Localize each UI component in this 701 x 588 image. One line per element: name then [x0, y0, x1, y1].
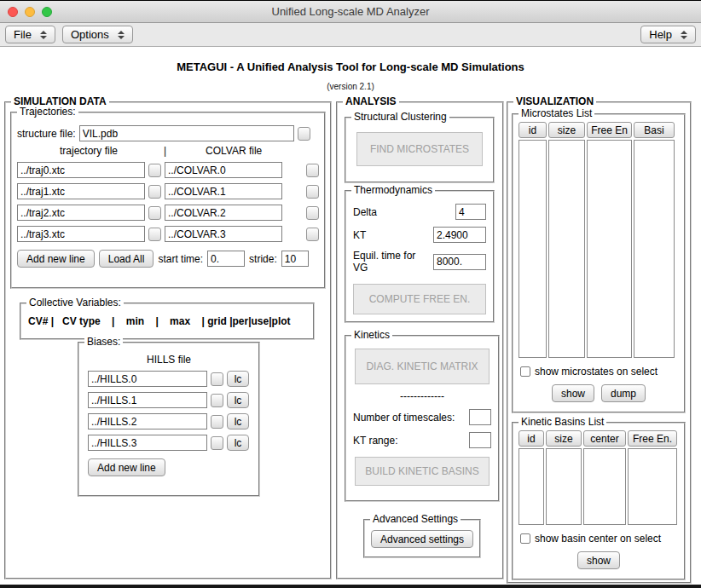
advanced-settings-button[interactable]: Advanced settings: [371, 530, 473, 548]
kinetics-separator: -------------: [346, 390, 498, 402]
compute-free-en-button[interactable]: COMPUTE FREE EN.: [353, 284, 486, 314]
equil-time-input[interactable]: [433, 254, 486, 270]
trajectory-row: [17, 205, 319, 221]
close-button[interactable]: [8, 7, 18, 17]
colvar-file-input[interactable]: [165, 226, 282, 242]
trajectory-file-input[interactable]: [17, 226, 145, 242]
colvar-browse-button[interactable]: [306, 206, 319, 220]
trajectory-file-input[interactable]: [17, 162, 145, 178]
basins-column-header-center[interactable]: center: [583, 430, 626, 447]
structure-file-input[interactable]: [79, 125, 294, 141]
show-basin-center-checkbox[interactable]: [520, 533, 530, 544]
trajectory-file-input[interactable]: [17, 205, 145, 221]
hills-file-input[interactable]: [88, 413, 207, 429]
basins-column-header-size[interactable]: size: [546, 430, 582, 447]
basins-list-column[interactable]: [583, 448, 626, 525]
colvar-file-column-header: COLVAR file: [170, 145, 298, 157]
lc-button[interactable]: lc: [227, 435, 249, 451]
microstates-column-header-basin[interactable]: Basi: [634, 122, 675, 138]
show-microstates-checkbox[interactable]: [520, 366, 530, 377]
trajectory-browse-button[interactable]: [148, 228, 161, 241]
colvar-browse-button[interactable]: [306, 164, 319, 177]
basins-show-button[interactable]: show: [577, 551, 620, 569]
hills-browse-button[interactable]: [211, 394, 223, 407]
trajectory-browse-button[interactable]: [148, 164, 161, 177]
basins-list-column[interactable]: [628, 448, 677, 525]
biases-frame: Biases: HILLS file lc lc lc lc: [78, 342, 260, 497]
kt-input[interactable]: [433, 227, 486, 243]
microstates-column-header-size[interactable]: size: [548, 122, 585, 138]
lc-button[interactable]: lc: [227, 413, 249, 429]
zoom-button[interactable]: [42, 7, 52, 17]
biases-add-new-line-button[interactable]: Add new line: [88, 458, 165, 476]
add-new-line-button[interactable]: Add new line: [17, 250, 95, 268]
file-menu-label: File: [14, 28, 32, 41]
trajectory-row: [17, 183, 319, 199]
find-microstates-button[interactable]: FIND MICROSTATES: [356, 132, 483, 166]
basins-list-column[interactable]: [546, 448, 582, 525]
load-all-button[interactable]: Load All: [99, 250, 154, 268]
hills-file-input[interactable]: [88, 392, 207, 408]
microstates-show-button[interactable]: show: [552, 384, 594, 402]
show-microstates-checkbox-label: show microstates on select: [535, 366, 658, 378]
hills-browse-button[interactable]: [211, 415, 223, 429]
analysis-label: ANALYSIS: [343, 96, 399, 107]
help-menu-button[interactable]: Help: [640, 26, 696, 43]
start-time-input[interactable]: [207, 251, 245, 267]
file-menu-button[interactable]: File: [5, 26, 55, 43]
collective-variables-label: Collective Variables:: [26, 297, 124, 308]
stride-input[interactable]: [281, 251, 309, 267]
basins-column-header-free-en[interactable]: Free En.: [628, 430, 677, 447]
hills-file-input[interactable]: [88, 371, 207, 387]
advanced-settings-label: Advanced Settings: [370, 514, 461, 525]
basins-column-header-id[interactable]: id: [519, 430, 544, 447]
colvar-file-input[interactable]: [165, 205, 282, 221]
delta-input[interactable]: [455, 204, 486, 220]
help-menu-label: Help: [649, 28, 672, 41]
lc-button[interactable]: lc: [227, 371, 249, 387]
structure-file-browse-button[interactable]: [298, 127, 310, 141]
trajectory-file-input[interactable]: [17, 183, 145, 199]
kt-range-label: KT range:: [353, 435, 397, 447]
window-title: Unified Long-scale MD Analyzer: [0, 5, 701, 18]
colvar-browse-button[interactable]: [306, 185, 319, 199]
kinetic-basins-list-frame: Kinetic Basins List id size center Free …: [512, 422, 686, 580]
options-menu-button[interactable]: Options: [62, 26, 133, 43]
lc-button[interactable]: lc: [227, 392, 249, 408]
colvar-file-input[interactable]: [165, 162, 282, 178]
trajectory-browse-button[interactable]: [148, 185, 161, 199]
collective-variables-frame: Collective Variables: CV# | CV type | mi…: [20, 303, 315, 340]
hills-browse-button[interactable]: [211, 436, 223, 450]
hills-row: lc: [88, 392, 253, 408]
hills-row: lc: [88, 435, 253, 451]
kt-label: KT: [353, 229, 366, 241]
diag-kinetic-matrix-button[interactable]: DIAG. KINETIC MATRIX: [355, 349, 490, 384]
hills-row: lc: [88, 413, 253, 429]
microstates-list-column[interactable]: [587, 140, 632, 358]
hills-file-input[interactable]: [88, 435, 207, 451]
colvar-file-input[interactable]: [165, 183, 282, 199]
microstates-dump-button[interactable]: dump: [601, 384, 646, 402]
hills-browse-button[interactable]: [211, 372, 223, 386]
microstates-column-header-id[interactable]: id: [519, 122, 547, 138]
minimize-button[interactable]: [25, 7, 35, 17]
microstates-list-column[interactable]: [548, 140, 585, 358]
colvar-browse-button[interactable]: [306, 228, 319, 241]
trajectory-browse-button[interactable]: [148, 206, 161, 220]
updown-arrows-icon: [40, 31, 47, 39]
page-title: METAGUI - A Unified Analysis Tool for Lo…: [0, 61, 701, 73]
biases-label: Biases:: [84, 337, 123, 348]
timescales-input[interactable]: [469, 409, 491, 425]
stride-label: stride:: [249, 253, 277, 265]
microstates-list-column[interactable]: [634, 140, 675, 358]
microstates-column-header-free-en[interactable]: Free En: [587, 122, 632, 138]
microstates-list-column[interactable]: [519, 140, 547, 358]
build-kinetic-basins-button[interactable]: BUILD KINETIC BASINS: [355, 457, 490, 486]
equil-time-label: Equil. time for VG: [353, 250, 433, 274]
basins-list-column[interactable]: [519, 448, 544, 525]
timescales-label: Number of timescales:: [353, 412, 455, 424]
kinetic-basins-list-label: Kinetic Basins List: [519, 417, 606, 428]
app-window: Unified Long-scale MD Analyzer File Opti…: [0, 0, 701, 588]
kt-range-input[interactable]: [469, 432, 491, 448]
trajectory-row: [17, 162, 319, 178]
